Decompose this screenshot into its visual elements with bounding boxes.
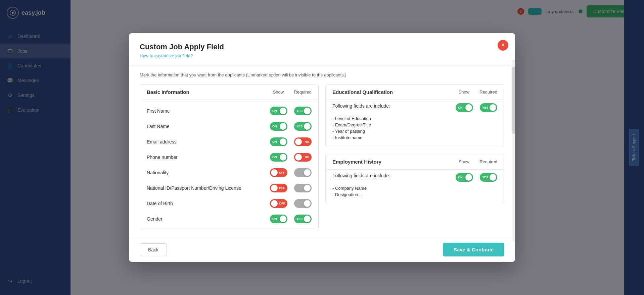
edu-field-1: - Level of Education: [332, 116, 497, 121]
edu-field-3: - Year of passing: [332, 129, 497, 134]
toggle-group-gender: ON YES: [270, 215, 312, 223]
toggle-show-email[interactable]: ON: [270, 137, 287, 146]
toggle-show-firstname[interactable]: ON: [270, 107, 287, 115]
emp-show-label: Show: [459, 159, 470, 164]
edu-body: Following fields are include: ON YES: [326, 100, 504, 147]
toggle-group-phone: ON NO: [270, 153, 312, 162]
toggle-show-gender[interactable]: ON: [270, 215, 287, 223]
edu-field-4: - Institute name: [332, 135, 497, 140]
basic-info-body: First Name ON YES: [140, 100, 318, 230]
field-row-dob: Date of Birth OFF: [140, 196, 318, 211]
emp-field-2: - Designation...: [332, 192, 497, 197]
basic-info-card: Basic Information Show Required First Na…: [140, 84, 319, 230]
edu-following-text: Following fields are include:: [332, 103, 449, 109]
toggle-req-edu[interactable]: YES: [480, 103, 497, 112]
field-row-phone: Phone number ON NO: [140, 150, 318, 165]
field-row-nationality: Nationality OFF: [140, 165, 318, 180]
modal-close-button[interactable]: ×: [498, 40, 508, 51]
modal-body: Mark the information that you want from …: [129, 66, 515, 237]
toggle-show-lastname[interactable]: ON: [270, 122, 287, 131]
modal: Custom Job Apply Field How to customize …: [129, 33, 515, 262]
modal-footer: Back Save & Continue: [129, 237, 515, 262]
toggle-show-emp[interactable]: ON: [456, 173, 473, 182]
emp-following-text: Following fields are include:: [332, 173, 449, 178]
modal-subtitle-link[interactable]: How to customize job field?: [140, 53, 193, 58]
save-continue-button[interactable]: Save & Continue: [443, 243, 504, 256]
modal-title: Custom Job Apply Field: [140, 43, 504, 51]
basic-info-section: Basic Information Show Required First Na…: [140, 84, 319, 230]
toggle-req-nationalid[interactable]: [294, 184, 312, 192]
toggle-req-emp[interactable]: YES: [480, 173, 497, 182]
employment-section: Employment History Show Required Followi…: [325, 154, 504, 204]
scrollbar-thumb[interactable]: [512, 67, 515, 134]
field-row-email: Email address ON NO: [140, 134, 318, 150]
toggle-req-email[interactable]: NO: [294, 137, 312, 146]
field-label-phone: Phone number: [147, 155, 267, 160]
emp-field-1: - Company Name: [332, 186, 497, 191]
field-label-nationalid: National ID/Passport Number/Driving Lice…: [147, 185, 267, 191]
emp-title: Employment History: [332, 159, 381, 165]
right-column: Educational Qualification Show Required …: [325, 84, 504, 230]
edu-header-labels: Show Required: [459, 90, 497, 95]
toggle-group-email: ON NO: [270, 137, 312, 146]
field-label-nationality: Nationality: [147, 170, 267, 175]
toggle-show-dob[interactable]: OFF: [270, 199, 287, 208]
modal-header: Custom Job Apply Field How to customize …: [129, 33, 515, 66]
toggle-show-phone[interactable]: ON: [270, 153, 287, 162]
field-label-gender: Gender: [147, 216, 267, 222]
field-label-firstname: First Name: [147, 108, 267, 114]
field-row-gender: Gender ON YES: [140, 211, 318, 227]
edu-show-label: Show: [459, 90, 470, 95]
field-label-dob: Date of Birth: [147, 201, 267, 206]
toggle-req-nationality[interactable]: [294, 168, 312, 177]
toggle-req-gender[interactable]: YES: [294, 215, 312, 223]
field-label-email: Email address: [147, 139, 267, 144]
scrollbar-track: [512, 60, 515, 242]
toggle-group-nationality: OFF: [270, 168, 312, 177]
toggle-show-edu[interactable]: ON: [456, 103, 473, 112]
toggle-group-nationalid: OFF: [270, 184, 312, 192]
basic-info-header-labels: Show Required: [273, 90, 312, 95]
edu-title: Educational Qualification: [332, 89, 393, 95]
toggle-req-phone[interactable]: NO: [294, 153, 312, 162]
field-label-lastname: Last Name: [147, 124, 267, 129]
educational-section: Educational Qualification Show Required …: [325, 84, 504, 147]
back-button[interactable]: Back: [140, 243, 167, 256]
toggle-req-firstname[interactable]: YES: [294, 107, 312, 115]
field-row-firstname: First Name ON YES: [140, 103, 318, 119]
edu-field-2: - Exam/Degree Title: [332, 122, 497, 127]
emp-body: Following fields are include: ON YES: [326, 170, 504, 204]
toggle-req-dob[interactable]: [294, 199, 312, 208]
toggle-show-nationalid[interactable]: OFF: [270, 184, 287, 192]
basic-info-title: Basic Information: [147, 89, 189, 95]
toggle-show-nationality[interactable]: OFF: [270, 168, 287, 177]
field-row-lastname: Last Name ON YES: [140, 119, 318, 134]
modal-columns: Basic Information Show Required First Na…: [140, 84, 504, 230]
emp-required-label: Required: [479, 159, 497, 164]
show-label: Show: [273, 90, 284, 95]
toggle-group-dob: OFF: [270, 199, 312, 208]
toggle-group-lastname: ON YES: [270, 122, 312, 131]
toggle-req-lastname[interactable]: YES: [294, 122, 312, 131]
toggle-group-firstname: ON YES: [270, 107, 312, 115]
emp-header-labels: Show Required: [459, 159, 497, 164]
edu-required-label: Required: [479, 90, 497, 95]
field-row-nationalid: National ID/Passport Number/Driving Lice…: [140, 180, 318, 196]
emp-toggle-group: ON YES: [456, 173, 497, 182]
basic-info-header: Basic Information Show Required: [140, 84, 318, 100]
edu-toggle-group: ON YES: [456, 103, 497, 112]
modal-overlay: Custom Job Apply Field How to customize …: [0, 0, 644, 295]
emp-header: Employment History Show Required: [326, 154, 504, 170]
modal-instruction: Mark the information that you want from …: [140, 72, 504, 77]
edu-header: Educational Qualification Show Required: [326, 84, 504, 100]
required-label: Required: [294, 90, 312, 95]
